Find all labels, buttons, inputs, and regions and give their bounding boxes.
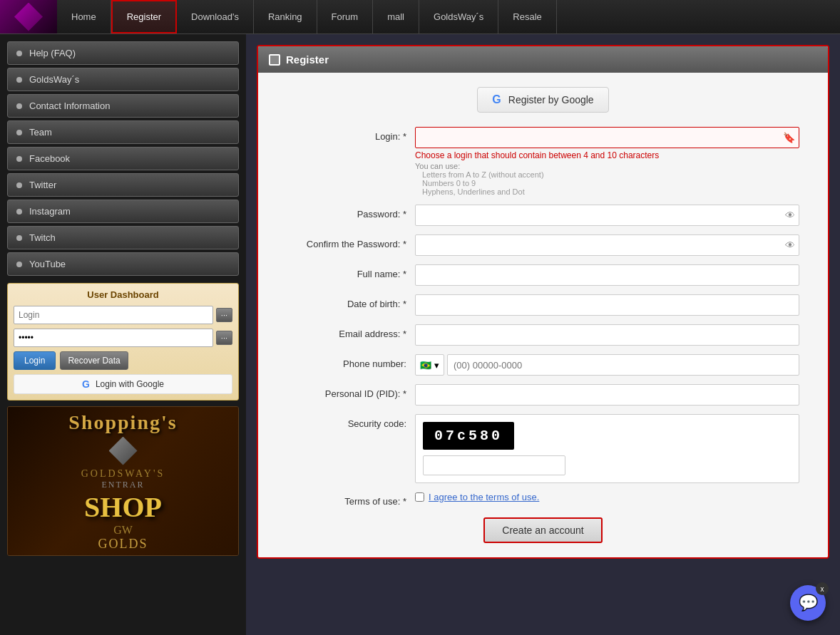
phone-input-row: 🇧🇷 ▾ — [415, 354, 799, 376]
personal-id-row: Personal ID (PID): * — [287, 384, 799, 406]
register-title: Register — [286, 53, 329, 66]
password-input-wrapper: 👁 — [415, 205, 799, 226]
discord-icon: 💬 — [799, 594, 818, 612]
shopping-banner[interactable]: Shopping's GoldsWay's ENTRAR SHOP GW GOL… — [7, 406, 239, 556]
dashboard-btn-row: Login Recover Data — [14, 351, 232, 370]
nav-forum[interactable]: Forum — [317, 0, 374, 33]
login-error-msg: Choose a login that should contain betwe… — [415, 150, 799, 160]
nav-mall[interactable]: mall — [373, 0, 419, 33]
phone-area: 🇧🇷 ▾ — [415, 354, 799, 376]
close-icon: x — [821, 585, 824, 593]
sidebar-dot — [16, 77, 22, 83]
logo — [0, 0, 57, 33]
captcha-input[interactable] — [423, 455, 565, 475]
phone-row: Phone number: 🇧🇷 ▾ — [287, 354, 799, 376]
sidebar: Help (FAQ) GoldsWay´s Contact Informatio… — [0, 34, 246, 635]
sidebar-item-goldsways-label: GoldsWay´s — [29, 74, 79, 85]
discord-button[interactable]: 💬 x — [790, 585, 826, 621]
security-code-label: Security code: — [287, 414, 415, 429]
banner-shop: SHOP — [84, 490, 162, 524]
register-login-input[interactable] — [415, 127, 799, 148]
confirm-password-label: Confirm the Password: * — [287, 234, 415, 249]
nav-resale[interactable]: Resale — [498, 0, 556, 33]
logo-shape — [14, 3, 43, 31]
hint-item-3: Hyphens, Underlines and Dot — [422, 187, 799, 196]
register-password-input[interactable] — [415, 205, 799, 226]
register-header-icon — [269, 54, 280, 66]
password-eye-icon[interactable]: 👁 — [785, 210, 795, 221]
dob-input[interactable] — [415, 294, 799, 316]
phone-country-selector[interactable]: 🇧🇷 ▾ — [415, 354, 444, 376]
nav-items: Home Register Download's Ranking Forum m… — [57, 0, 840, 33]
sidebar-item-goldsways[interactable]: GoldsWay´s — [7, 68, 239, 91]
nav-register[interactable]: Register — [111, 0, 177, 33]
sidebar-dot — [16, 51, 22, 56]
email-row: Email address: * — [287, 324, 799, 346]
sidebar-item-twitch[interactable]: Twitch — [7, 226, 239, 249]
password-options-btn[interactable]: ··· — [216, 331, 232, 345]
fullname-label: Full name: * — [287, 264, 415, 279]
login-button[interactable]: Login — [14, 351, 56, 370]
google-logo-icon: G — [492, 93, 501, 106]
sidebar-item-youtube[interactable]: YouTube — [7, 252, 239, 276]
discord-close-button[interactable]: x — [816, 582, 829, 595]
sidebar-dot — [16, 130, 22, 135]
login-hint: You can use: — [415, 162, 799, 170]
banner-goldsways: GoldsWay's — [81, 468, 165, 480]
email-input[interactable] — [415, 324, 799, 346]
personal-id-area — [415, 384, 799, 406]
terms-checkbox-row: I agree to the terms of use. — [415, 492, 799, 502]
sidebar-dot — [16, 262, 22, 267]
brazil-flag: 🇧🇷 — [420, 360, 431, 371]
recover-button[interactable]: Recover Data — [60, 351, 128, 370]
confirm-eye-icon[interactable]: 👁 — [785, 239, 795, 251]
login-field-row: Login: * 🔖 Choose a login that should co… — [287, 127, 799, 196]
confirm-password-area: 👁 — [415, 234, 799, 256]
login-options-btn[interactable]: ··· — [216, 308, 232, 322]
fullname-input[interactable] — [415, 264, 799, 286]
dob-row: Date of birth: * — [287, 294, 799, 316]
register-panel: Register G Register by Google Login: * — [257, 45, 829, 559]
personal-id-input[interactable] — [415, 384, 799, 406]
banner-entrar: ENTRAR — [102, 480, 145, 490]
dob-label: Date of birth: * — [287, 294, 415, 309]
sidebar-item-twitter[interactable]: Twitter — [7, 173, 239, 197]
login-row: ··· — [14, 306, 232, 324]
sidebar-item-contact[interactable]: Contact Information — [7, 94, 239, 118]
nav-downloads[interactable]: Download's — [177, 0, 254, 33]
sidebar-item-instagram[interactable]: Instagram — [7, 200, 239, 223]
login-field-label: Login: * — [287, 127, 415, 142]
sidebar-dot — [16, 235, 22, 241]
register-google-button[interactable]: G Register by Google — [477, 87, 608, 113]
nav-home[interactable]: Home — [57, 0, 111, 33]
sidebar-dot — [16, 182, 22, 188]
phone-input[interactable] — [447, 354, 799, 376]
register-confirm-password-input[interactable] — [415, 234, 799, 256]
create-account-button[interactable]: Create an account — [483, 517, 602, 543]
password-input[interactable] — [14, 329, 213, 347]
personal-id-label: Personal ID (PID): * — [287, 384, 415, 399]
google-icon: G — [82, 378, 90, 390]
sidebar-item-facebook-label: Facebook — [29, 153, 70, 164]
register-google-label: Register by Google — [508, 94, 594, 105]
login-input[interactable] — [14, 306, 213, 324]
top-nav: Home Register Download's Ranking Forum m… — [0, 0, 840, 34]
fullname-area — [415, 264, 799, 286]
phone-label: Phone number: — [287, 354, 415, 369]
sidebar-dot — [16, 209, 22, 215]
sidebar-item-facebook[interactable]: Facebook — [7, 147, 239, 170]
terms-link[interactable]: I agree to the terms of use. — [429, 492, 539, 502]
user-dashboard: User Dashboard ··· ··· Login Recover Dat… — [7, 283, 239, 401]
nav-ranking[interactable]: Ranking — [254, 0, 317, 33]
password-row: ··· — [14, 329, 232, 347]
google-login-button[interactable]: G Login with Google — [14, 374, 232, 394]
captcha-display: 07c580 — [423, 422, 514, 450]
sidebar-item-instagram-label: Instagram — [29, 206, 71, 217]
banner-logo-area — [109, 437, 138, 465]
sidebar-item-team[interactable]: Team — [7, 120, 239, 144]
sidebar-item-help[interactable]: Help (FAQ) — [7, 41, 239, 65]
terms-checkbox[interactable] — [415, 492, 424, 502]
content-area: Register G Register by Google Login: * — [246, 34, 840, 635]
nav-goldsways[interactable]: GoldsWay´s — [419, 0, 498, 33]
google-login-label: Login with Google — [96, 379, 164, 389]
